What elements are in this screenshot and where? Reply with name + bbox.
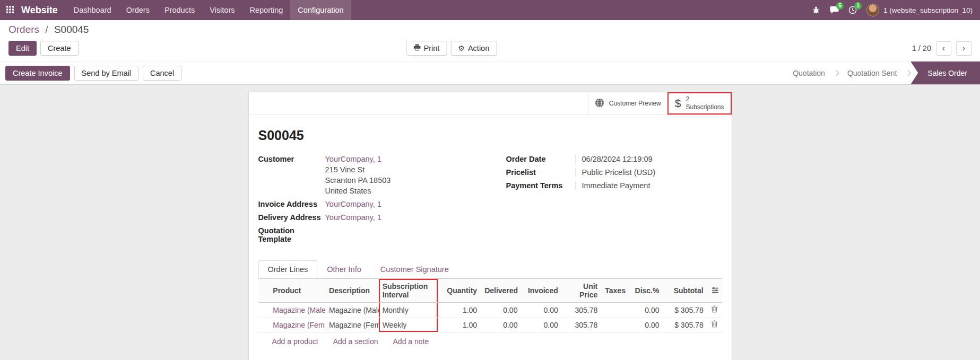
status-quotation[interactable]: Quotation: [784, 62, 834, 84]
column-unit-price[interactable]: Unit Price: [562, 279, 602, 303]
apps-menu-button[interactable]: [0, 0, 20, 20]
order-date-value: 06/28/2024 12:19:09: [575, 155, 722, 163]
edit-create-buttons: Edit Create: [8, 41, 79, 56]
column-subtotal[interactable]: Subtotal: [663, 279, 707, 303]
line-invoiced: 0.00: [521, 318, 561, 332]
line-actions: [707, 303, 722, 318]
statusbar: Create Invoice Send by Email Cancel Quot…: [0, 61, 980, 85]
pricelist-label: Pricelist: [506, 168, 575, 177]
line-quantity: 1.00: [438, 318, 481, 332]
line-taxes: [601, 303, 625, 318]
customer-link[interactable]: YourCompany, 1: [325, 155, 381, 163]
pager-next-button[interactable]: ›: [956, 41, 972, 56]
gear-icon: ⚙: [458, 44, 465, 52]
print-button[interactable]: Print: [406, 41, 447, 56]
line-delivered: 0.00: [481, 318, 521, 332]
line-invoiced: 0.00: [521, 303, 561, 318]
delete-line-button[interactable]: [711, 305, 718, 314]
status-sales-order[interactable]: Sales Order: [910, 62, 980, 84]
address-line: 215 Vine St: [325, 165, 474, 174]
stat-button-box: Customer Preview $ 2 Subscriptions: [249, 92, 732, 115]
nav-item-dashboard[interactable]: Dashboard: [66, 0, 119, 20]
nav-item-visitors[interactable]: Visitors: [202, 0, 242, 20]
status-quotation-sent[interactable]: Quotation Sent: [839, 62, 905, 84]
quotation-template-label: Quotation Template: [258, 226, 325, 243]
tab-customer-signature[interactable]: Customer Signature: [371, 260, 458, 278]
nav-item-configuration[interactable]: Configuration: [290, 0, 351, 20]
activities-icon[interactable]: 1: [848, 6, 857, 14]
delivery-address-label: Delivery Address: [258, 213, 325, 222]
activities-badge: 1: [854, 2, 862, 10]
order-line-row: Magazine (Female) Magazine (Female) Week…: [258, 318, 722, 332]
breadcrumb: Orders / S00045: [8, 24, 972, 36]
column-quantity[interactable]: Quantity: [438, 279, 481, 303]
tab-order-lines[interactable]: Order Lines: [258, 260, 318, 278]
app-name[interactable]: Website: [20, 0, 66, 20]
address-line: Scranton PA 18503: [325, 176, 474, 185]
chevron-right-icon: [833, 70, 839, 76]
line-disc: 0.00: [625, 303, 663, 318]
user-avatar: [866, 4, 879, 16]
invoice-address-value: YourCompany, 1: [325, 200, 474, 208]
create-button[interactable]: Create: [40, 41, 79, 56]
handle-column-header: [258, 279, 270, 303]
line-description: Magazine (Male): [325, 303, 379, 318]
column-subscription-interval[interactable]: Subscription Interval: [379, 279, 438, 303]
order-title: S00045: [258, 128, 722, 143]
delete-line-button[interactable]: [711, 320, 718, 329]
line-unit-price: 305.78: [562, 318, 602, 332]
column-description[interactable]: Description: [325, 279, 379, 303]
product-link[interactable]: Magazine (Male): [273, 306, 325, 314]
column-product[interactable]: Product: [269, 279, 325, 303]
edit-button[interactable]: Edit: [8, 41, 37, 56]
breadcrumb-orders-link[interactable]: Orders: [8, 24, 39, 35]
globe-icon: [595, 98, 604, 109]
column-delivered[interactable]: Delivered: [481, 279, 521, 303]
column-invoiced[interactable]: Invoiced: [521, 279, 561, 303]
add-a-product-link[interactable]: Add a product: [272, 337, 318, 346]
chevron-right-icon: [905, 70, 911, 76]
row-handle[interactable]: [258, 318, 270, 332]
optional-columns-header: [707, 279, 722, 303]
address-line: United States: [325, 187, 474, 195]
add-a-note-link[interactable]: Add a note: [393, 337, 429, 346]
action-button[interactable]: ⚙ Action: [450, 41, 497, 56]
nav-item-products[interactable]: Products: [157, 0, 202, 20]
statusbar-buttons: Create Invoice Send by Email Cancel: [5, 62, 181, 84]
line-description: Magazine (Female): [325, 318, 379, 332]
column-disc[interactable]: Disc.%: [625, 279, 663, 303]
payment-terms-label: Payment Terms: [506, 181, 575, 190]
pager: 1 / 20 ‹ ›: [912, 41, 972, 56]
navbar-left: Website Dashboard Orders Products Visito…: [0, 0, 351, 20]
tab-other-info[interactable]: Other Info: [317, 260, 370, 278]
sliders-icon: [712, 287, 718, 295]
order-line-row: Magazine (Male) Magazine (Male) Monthly …: [258, 303, 722, 318]
product-link[interactable]: Magazine (Female): [273, 321, 325, 329]
systray: 5 1 1 (website_subscription_10): [812, 0, 980, 20]
nav-item-orders[interactable]: Orders: [119, 0, 157, 20]
line-disc: 0.00: [625, 318, 663, 332]
customer-preview-button[interactable]: Customer Preview: [588, 92, 667, 115]
table-header-row: Product Description Subscription Interva…: [258, 279, 722, 303]
apps-grid-icon: [6, 6, 14, 15]
customer-value: YourCompany, 1 215 Vine St Scranton PA 1…: [325, 155, 474, 195]
nav-item-reporting[interactable]: Reporting: [242, 0, 290, 20]
send-by-email-button[interactable]: Send by Email: [74, 66, 139, 81]
messages-icon[interactable]: 5: [830, 6, 839, 14]
create-invoice-button[interactable]: Create Invoice: [5, 66, 70, 81]
row-handle[interactable]: [258, 303, 270, 318]
cancel-button[interactable]: Cancel: [143, 66, 181, 81]
debug-icon[interactable]: [812, 6, 820, 14]
column-taxes[interactable]: Taxes: [601, 279, 625, 303]
left-field-group: Customer YourCompany, 1 215 Vine St Scra…: [258, 155, 474, 243]
user-menu[interactable]: 1 (website_subscription_10): [866, 4, 973, 16]
pager-value[interactable]: 1 / 20: [912, 44, 931, 52]
optional-columns-button[interactable]: [712, 287, 718, 295]
line-unit-price: 305.78: [562, 303, 602, 318]
invoice-address-link[interactable]: YourCompany, 1: [325, 200, 381, 208]
delivery-address-link[interactable]: YourCompany, 1: [325, 213, 381, 222]
payment-terms-value: Immediate Payment: [575, 181, 722, 190]
subscriptions-button[interactable]: $ 2 Subscriptions: [667, 92, 732, 115]
add-a-section-link[interactable]: Add a section: [333, 337, 378, 346]
pager-previous-button[interactable]: ‹: [936, 41, 951, 56]
